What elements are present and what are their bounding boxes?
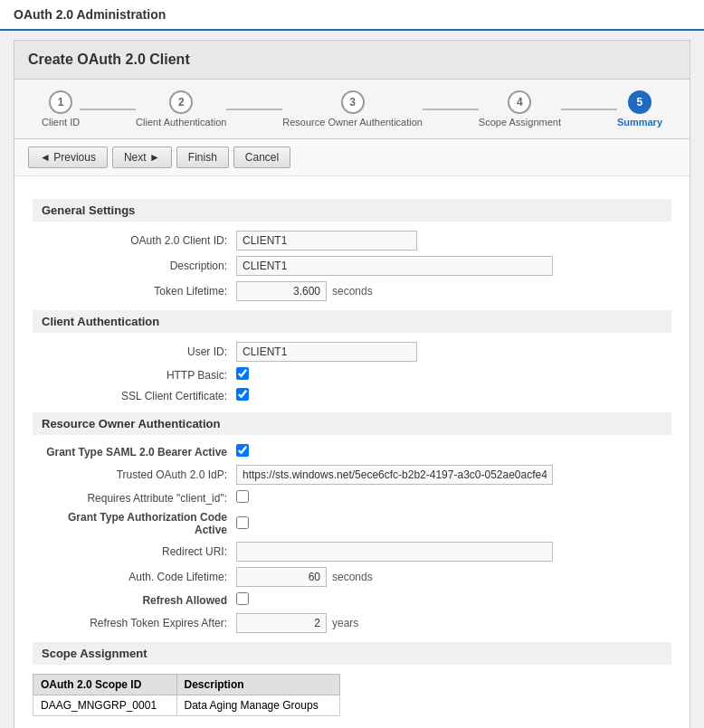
app-title-bar: OAuth 2.0 Administration	[0, 0, 704, 31]
redirect-uri-row: Redirect URI:	[33, 542, 671, 562]
user-id-input[interactable]	[236, 342, 417, 362]
wizard-step-2[interactable]: 2 Client Authentication	[136, 90, 226, 128]
description-label: Description:	[37, 260, 236, 272]
ssl-cert-label: SSL Client Certificate:	[37, 390, 236, 402]
grant-type-auth-checkbox[interactable]	[236, 516, 249, 529]
scope-desc-cell: Data Aging Manage Groups	[176, 695, 339, 716]
wizard-step-3[interactable]: 3 Resource Owner Authentication	[282, 90, 423, 128]
token-lifetime-label: Token Lifetime:	[37, 285, 236, 298]
auth-code-lifetime-input[interactable]	[236, 567, 327, 587]
grant-type-saml-checkbox[interactable]	[236, 444, 249, 457]
http-basic-row: HTTP Basic:	[33, 367, 671, 383]
ssl-cert-row: SSL Client Certificate:	[33, 388, 671, 403]
general-settings-header: General Settings	[33, 199, 671, 222]
refresh-expires-row: Refresh Token Expires After: years	[33, 613, 671, 633]
grant-type-auth-label: Grant Type Authorization Code Active	[37, 511, 236, 536]
grant-type-saml-row: Grant Type SAML 2.0 Bearer Active	[33, 444, 671, 459]
client-id-input[interactable]	[236, 231, 417, 251]
grant-type-saml-label: Grant Type SAML 2.0 Bearer Active	[37, 446, 236, 459]
table-row: DAAG_MNGGRP_0001 Data Aging Manage Group…	[33, 695, 340, 716]
refresh-expires-input[interactable]	[236, 613, 327, 633]
page-title: Create OAuth 2.0 Client	[28, 52, 190, 67]
user-id-label: User ID:	[37, 345, 236, 358]
auth-code-lifetime-label: Auth. Code Lifetime:	[37, 571, 236, 583]
step-label-1: Client ID	[42, 117, 80, 128]
grant-type-auth-row: Grant Type Authorization Code Active	[33, 511, 671, 536]
trusted-oauth-input[interactable]	[236, 465, 553, 485]
refresh-expires-unit: years	[332, 617, 358, 629]
resource-owner-header: Resource Owner Authentication	[33, 412, 671, 435]
refresh-allowed-label: Refresh Allowed	[37, 594, 236, 607]
refresh-allowed-checkbox[interactable]	[236, 592, 249, 605]
token-lifetime-unit: seconds	[332, 285, 373, 298]
step-circle-5: 5	[628, 90, 652, 114]
top-toolbar: ◄ Previous Next ► Finish Cancel	[14, 139, 690, 176]
description-input[interactable]	[236, 256, 553, 276]
step-circle-2: 2	[169, 90, 193, 114]
step-label-3: Resource Owner Authentication	[282, 117, 423, 128]
client-auth-header: Client Authentication	[33, 310, 671, 333]
trusted-oauth-row: Trusted OAuth 2.0 IdP:	[33, 465, 671, 485]
wizard-step-5[interactable]: 5 Summary	[617, 90, 662, 128]
top-cancel-button[interactable]: Cancel	[233, 147, 290, 168]
redirect-uri-input[interactable]	[236, 542, 553, 562]
step-label-5: Summary	[617, 117, 662, 128]
step-circle-3: 3	[341, 90, 365, 114]
auth-code-lifetime-row: Auth. Code Lifetime: seconds	[33, 567, 671, 587]
redirect-uri-label: Redirect URI:	[37, 545, 236, 558]
step-label-4: Scope Assignment	[479, 117, 561, 128]
refresh-expires-label: Refresh Token Expires After:	[37, 617, 236, 629]
requires-attribute-row: Requires Attribute "client_id":	[33, 490, 671, 506]
trusted-oauth-label: Trusted OAuth 2.0 IdP:	[37, 468, 236, 481]
scope-table: OAuth 2.0 Scope ID Description DAAG_MNGG…	[33, 674, 340, 716]
refresh-allowed-row: Refresh Allowed	[33, 592, 671, 608]
step-label-2: Client Authentication	[136, 117, 226, 128]
step-circle-1: 1	[49, 90, 72, 114]
ssl-cert-checkbox[interactable]	[236, 388, 249, 401]
token-lifetime-row: Token Lifetime: seconds	[33, 281, 671, 301]
requires-attribute-label: Requires Attribute "client_id":	[37, 492, 236, 505]
user-id-row: User ID:	[33, 342, 671, 362]
scope-col1-header: OAuth 2.0 Scope ID	[33, 675, 177, 695]
wizard-step-4[interactable]: 4 Scope Assignment	[479, 90, 561, 128]
token-lifetime-input[interactable]	[236, 281, 327, 301]
step-circle-4: 4	[508, 90, 531, 114]
client-id-row: OAuth 2.0 Client ID:	[33, 231, 671, 251]
top-next-button[interactable]: Next ►	[112, 147, 172, 168]
top-previous-button[interactable]: ◄ Previous	[28, 147, 108, 168]
app-title: OAuth 2.0 Administration	[14, 7, 166, 22]
scope-id-cell: DAAG_MNGGRP_0001	[33, 695, 177, 716]
requires-attribute-checkbox[interactable]	[236, 490, 249, 503]
top-finish-button[interactable]: Finish	[176, 147, 229, 168]
scope-assignment-header: Scope Assignment	[33, 642, 671, 665]
wizard-steps: 1 Client ID 2 Client Authentication 3 Re…	[14, 80, 690, 139]
client-id-label: OAuth 2.0 Client ID:	[37, 234, 236, 247]
auth-code-lifetime-unit: seconds	[332, 571, 373, 583]
http-basic-checkbox[interactable]	[236, 367, 249, 380]
description-row: Description:	[33, 256, 671, 276]
http-basic-label: HTTP Basic:	[37, 369, 236, 382]
wizard-step-1[interactable]: 1 Client ID	[42, 90, 80, 128]
scope-col2-header: Description	[176, 675, 339, 695]
